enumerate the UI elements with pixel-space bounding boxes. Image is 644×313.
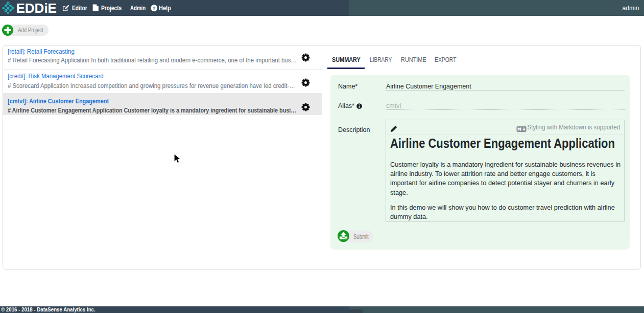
svg-text:?: ? xyxy=(152,5,155,11)
